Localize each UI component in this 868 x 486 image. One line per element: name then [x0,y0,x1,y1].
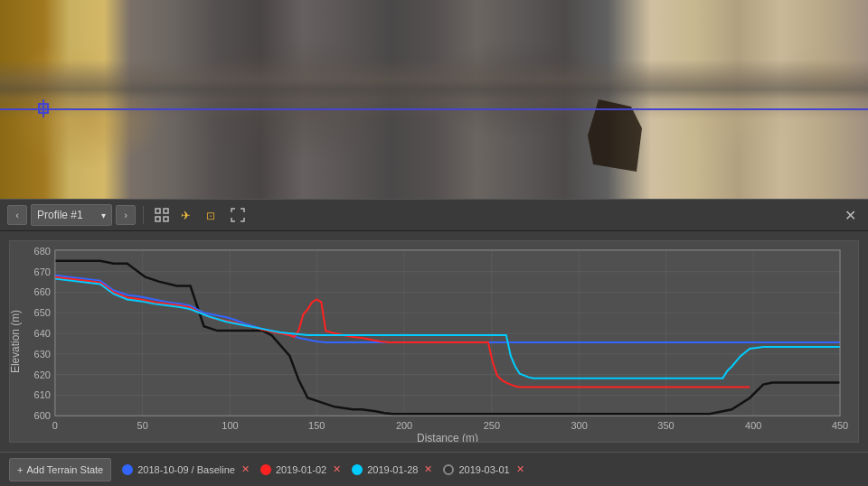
fullscreen-icon-button[interactable] [227,204,249,226]
legend-color-2019-01-02 [260,464,271,475]
legend-color-2019-01-28 [352,464,363,475]
prev-profile-button[interactable]: ‹ [7,205,27,225]
legend-close-baseline[interactable]: ✕ [241,463,250,475]
profile-dropdown[interactable]: Profile #1 ▾ [31,204,112,226]
profile-line [0,108,868,110]
legend-label-2019-03-01: 2019-03-01 [458,464,509,475]
svg-text:⊡: ⊡ [206,210,215,222]
profile-start-corner [38,103,49,114]
legend-item-baseline: 2018-10-09 / Baseline ✕ [122,463,250,475]
next-profile-button[interactable]: › [116,205,136,225]
svg-text:660: 660 [34,286,51,297]
chart-area: 600 610 620 630 640 650 660 670 680 0 50… [0,231,868,452]
legend-color-baseline [122,464,133,475]
svg-text:Distance (m): Distance (m) [417,432,478,442]
svg-text:670: 670 [34,266,51,277]
legend-close-2019-01-02[interactable]: ✕ [333,463,341,475]
svg-text:450: 450 [832,420,848,431]
svg-text:200: 200 [396,420,412,431]
legend-bar: + Add Terrain State 2018-10-09 / Baselin… [0,452,868,486]
profile-label: Profile #1 [37,209,83,221]
legend-color-2019-03-01 [443,464,454,475]
elevation-chart: 600 610 620 630 640 650 660 670 680 0 50… [9,240,859,443]
svg-text:250: 250 [484,420,500,431]
legend-item-2019-03-01: 2019-03-01 ✕ [443,463,524,475]
svg-rect-1 [164,209,168,213]
svg-text:Elevation (m): Elevation (m) [10,310,22,373]
legend-item-2019-01-02: 2019-01-02 ✕ [260,463,341,475]
svg-text:600: 600 [34,410,51,421]
svg-rect-2 [156,217,160,221]
svg-text:650: 650 [34,307,51,318]
legend-label-2019-01-28: 2019-01-28 [367,464,418,475]
legend-close-2019-03-01[interactable]: ✕ [516,463,524,475]
toolbar: ‹ Profile #1 ▾ › ✈ ⊡ ✕ [0,199,868,231]
photo-icon-button[interactable]: ⊡ [202,204,223,226]
add-terrain-label: Add Terrain State [26,464,103,475]
svg-text:680: 680 [34,246,51,257]
svg-text:300: 300 [571,420,588,431]
svg-text:630: 630 [34,349,51,360]
svg-text:620: 620 [34,369,51,380]
svg-text:0: 0 [52,420,58,431]
svg-rect-3 [164,217,168,221]
svg-text:150: 150 [308,420,325,431]
add-icon: + [17,464,23,475]
svg-text:610: 610 [34,389,51,400]
svg-text:640: 640 [34,328,51,339]
svg-text:✈: ✈ [181,209,191,222]
add-terrain-state-button[interactable]: + Add Terrain State [9,458,111,481]
dropdown-arrow-icon: ▾ [101,210,106,220]
svg-rect-0 [156,209,160,213]
svg-text:50: 50 [137,420,148,431]
svg-text:350: 350 [657,420,674,431]
close-button[interactable]: ✕ [839,204,861,226]
aerial-view [0,0,868,199]
legend-label-2019-01-02: 2019-01-02 [276,464,326,475]
legend-label-baseline: 2018-10-09 / Baseline [137,464,235,475]
toolbar-separator-1 [143,206,144,224]
svg-text:400: 400 [745,420,761,431]
legend-close-2019-01-28[interactable]: ✕ [424,463,432,475]
svg-text:100: 100 [222,420,238,431]
svg-rect-7 [55,250,840,416]
expand-icon-button[interactable] [151,204,173,226]
fly-icon-button[interactable]: ✈ [176,204,198,226]
legend-item-2019-01-28: 2019-01-28 ✕ [352,463,432,475]
